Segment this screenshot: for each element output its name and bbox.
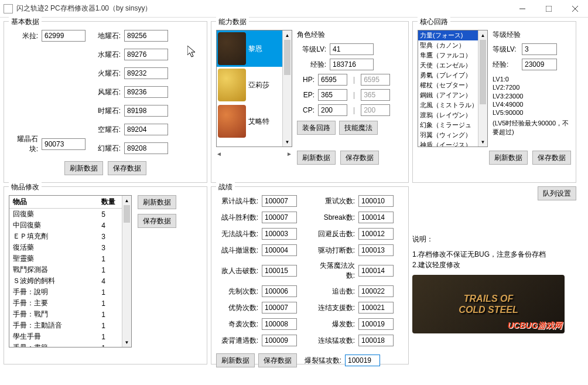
items-scrollbar[interactable]: ▲▼ bbox=[122, 196, 131, 347]
core-save-button[interactable]: 保存数据 bbox=[532, 151, 571, 165]
battle-refresh-button[interactable]: 刷新数据 bbox=[216, 353, 255, 367]
table-row[interactable]: Ｓ波姆的飼料4 bbox=[9, 275, 131, 287]
char-scrollbar[interactable]: ▲▼ bbox=[282, 30, 292, 146]
ep-label: EP: bbox=[297, 91, 314, 99]
huoyao-input[interactable] bbox=[124, 67, 168, 79]
battle-stat-input[interactable] bbox=[262, 212, 297, 223]
diyao-input[interactable] bbox=[124, 30, 168, 42]
ability-save-button[interactable]: 保存数据 bbox=[340, 151, 379, 165]
level-input[interactable] bbox=[330, 43, 374, 55]
battle-stat-input[interactable] bbox=[358, 265, 394, 277]
table-row[interactable]: 聖靈藥1 bbox=[9, 253, 131, 264]
table-row[interactable]: ＥＰ填充劑3 bbox=[9, 231, 131, 242]
fengyao-label: 风耀石: bbox=[91, 87, 121, 97]
skill-button[interactable]: 技能魔法 bbox=[339, 121, 378, 135]
table-row[interactable]: 回復藥5 bbox=[9, 209, 131, 220]
table-row[interactable]: 復活藥3 bbox=[9, 242, 131, 253]
battle-stat-input[interactable] bbox=[358, 335, 394, 346]
char-exp-label: 角色经验 bbox=[297, 30, 404, 40]
ability-refresh-button[interactable]: 刷新数据 bbox=[297, 151, 336, 165]
battle-stat-input[interactable] bbox=[262, 285, 297, 297]
close-button[interactable] bbox=[562, 0, 588, 17]
kongyao-input[interactable] bbox=[124, 124, 168, 135]
core-item[interactable]: 權杖（セプター） bbox=[418, 80, 487, 90]
side-panel: 队列设置 说明： 1.存档修改不保证无BUG，注意多备份存档 2.建议轻度修改 … bbox=[412, 186, 576, 364]
items-save-button[interactable]: 保存数据 bbox=[138, 214, 176, 228]
char-item-1[interactable]: 黎恩 bbox=[217, 30, 292, 67]
table-row[interactable]: 中回復藥4 bbox=[9, 220, 131, 231]
cp2-input[interactable] bbox=[361, 104, 390, 116]
table-row[interactable]: 手冊：戰鬥1 bbox=[9, 309, 131, 320]
table-row[interactable]: 手冊：主要1 bbox=[9, 298, 131, 309]
battle-stat-input[interactable] bbox=[262, 228, 297, 240]
basic-save-button[interactable]: 保存数据 bbox=[108, 161, 146, 175]
battle-last-input[interactable] bbox=[345, 355, 380, 366]
fengyao-input[interactable] bbox=[124, 86, 168, 98]
battle-stat-input[interactable] bbox=[262, 335, 297, 346]
table-row[interactable]: 手冊：主動語音1 bbox=[9, 320, 131, 331]
core-item[interactable]: 天使（エンゼル） bbox=[418, 60, 487, 70]
shuiyao-input[interactable] bbox=[124, 49, 168, 60]
hp-input[interactable] bbox=[318, 74, 347, 86]
scroll-right-icon[interactable]: ► bbox=[286, 151, 292, 165]
battle-save-button[interactable]: 保存数据 bbox=[258, 353, 297, 367]
battle-stat-input[interactable] bbox=[358, 302, 394, 314]
battle-stat-label: 回避反击数: bbox=[313, 229, 355, 239]
note-2: 2.建议轻度修改 bbox=[412, 260, 576, 270]
battle-stat-input[interactable] bbox=[262, 318, 297, 330]
hp2-input[interactable] bbox=[361, 74, 390, 86]
level-label: 等级LV: bbox=[297, 45, 326, 54]
core-item[interactable]: 聖典（カノン） bbox=[418, 40, 487, 50]
char-item-2[interactable]: 亞莉莎 bbox=[217, 67, 292, 103]
shiyao-input[interactable] bbox=[124, 105, 168, 117]
core-refresh-button[interactable]: 刷新数据 bbox=[489, 151, 528, 165]
battle-stat-input[interactable] bbox=[358, 244, 394, 256]
jingshi-input[interactable] bbox=[42, 138, 86, 150]
core-item[interactable]: 羽翼（ウィング） bbox=[418, 130, 487, 140]
window-titlebar: 闪之轨迹2 PC存档修改器1.00（by sinsyy） bbox=[0, 0, 588, 18]
table-row[interactable]: 學生手冊1 bbox=[9, 331, 131, 342]
battle-stat-input[interactable] bbox=[358, 212, 394, 223]
core-level-input[interactable] bbox=[522, 43, 557, 55]
core-item[interactable]: 幻象（ミラージュ bbox=[418, 120, 487, 130]
character-list[interactable]: 黎恩 亞莉莎 艾略特 ▲▼ bbox=[216, 30, 292, 147]
items-table[interactable]: 物品数量回復藥5中回復藥4ＥＰ填充劑3復活藥3聖靈藥1戰鬥探測器1Ｓ波姆的飼料4… bbox=[9, 195, 132, 347]
scroll-left-icon[interactable]: ◄ bbox=[216, 151, 222, 165]
battle-stat-input[interactable] bbox=[358, 285, 394, 297]
core-item[interactable]: 力量(フォース) bbox=[418, 30, 487, 40]
exp-input[interactable] bbox=[330, 59, 374, 70]
items-refresh-button[interactable]: 刷新数据 bbox=[138, 195, 176, 209]
maximize-button[interactable] bbox=[535, 0, 562, 17]
core-exp2-input[interactable] bbox=[522, 59, 557, 70]
core-note: (LV5时经验最大90000，不要超过) bbox=[493, 119, 571, 137]
mira-input[interactable] bbox=[42, 30, 86, 42]
core-scrollbar[interactable]: ▲▼ bbox=[478, 30, 487, 146]
table-row[interactable]: 手冊：說明1 bbox=[9, 287, 131, 298]
battle-stat-input[interactable] bbox=[262, 195, 297, 207]
ep-input[interactable] bbox=[318, 89, 347, 101]
core-item[interactable]: 神盾（イージス） bbox=[418, 140, 487, 147]
equip-button[interactable]: 装备回路 bbox=[297, 121, 336, 135]
queue-button[interactable]: 队列设置 bbox=[538, 186, 576, 200]
core-list[interactable]: 力量(フォース)聖典（カノン）隼鷹（ファルコ）天使（エンゼル）勇氣（ブレイブ）權… bbox=[418, 30, 488, 147]
core-item[interactable]: 隼鷹（ファルコ） bbox=[418, 50, 487, 60]
battle-stat-input[interactable] bbox=[262, 244, 297, 256]
battle-stat-input[interactable] bbox=[358, 318, 394, 330]
basic-data-group: 基本数据 米拉: 耀晶石块: 地耀石: 水耀石: 火耀石: 风耀石: 时耀石: … bbox=[4, 21, 207, 183]
core-item[interactable]: 北風（ミストラル） bbox=[418, 100, 487, 110]
battle-stat-input[interactable] bbox=[262, 265, 297, 277]
battle-stat-input[interactable] bbox=[262, 302, 297, 314]
minimize-button[interactable] bbox=[509, 0, 535, 17]
basic-refresh-button[interactable]: 刷新数据 bbox=[64, 161, 103, 175]
battle-stat-input[interactable] bbox=[358, 228, 394, 240]
cp-input[interactable] bbox=[318, 104, 347, 116]
table-row[interactable]: 手冊：書籍1 bbox=[9, 342, 131, 347]
huanyao-input[interactable] bbox=[124, 142, 168, 154]
core-item[interactable]: 渡鴉（レイヴン） bbox=[418, 110, 487, 120]
ep2-input[interactable] bbox=[361, 89, 390, 101]
char-item-3[interactable]: 艾略特 bbox=[217, 103, 292, 139]
table-row[interactable]: 戰鬥探測器1 bbox=[9, 264, 131, 275]
core-item[interactable]: 鋼鐵（アイアン） bbox=[418, 90, 487, 100]
core-item[interactable]: 勇氣（ブレイブ） bbox=[418, 70, 487, 80]
battle-stat-input[interactable] bbox=[358, 195, 394, 207]
